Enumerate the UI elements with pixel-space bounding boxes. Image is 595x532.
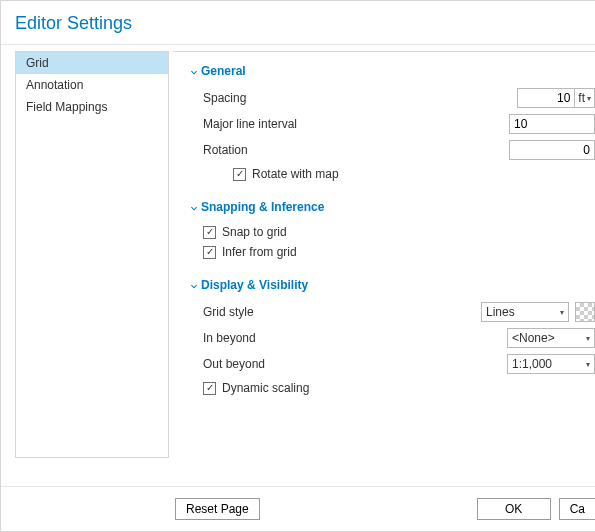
select-value: <None>	[512, 331, 555, 345]
chevron-down-icon: ⌵	[191, 202, 197, 212]
chevron-down-icon: ⌵	[191, 280, 197, 290]
caret-down-icon: ▾	[587, 94, 591, 103]
label-out-beyond: Out beyond	[203, 357, 343, 371]
section-title: Display & Visibility	[201, 278, 308, 292]
infer-from-grid-label: Infer from grid	[222, 245, 297, 259]
section-title: Snapping & Inference	[201, 200, 324, 214]
grid-style-select[interactable]: Lines ▾	[481, 302, 569, 322]
grid-color-swatch[interactable]	[575, 302, 595, 322]
rotate-with-map-label: Rotate with map	[252, 167, 339, 181]
infer-from-grid-checkbox[interactable]: ✓	[203, 246, 216, 259]
content-area: Grid Annotation Field Mappings ⌵ General…	[1, 44, 595, 460]
sidebar-item-annotation[interactable]: Annotation	[16, 74, 168, 96]
settings-panel: ⌵ General Spacing ft ▾ Major line interv…	[173, 51, 595, 460]
label-spacing: Spacing	[203, 91, 343, 105]
section-header-snapping[interactable]: ⌵ Snapping & Inference	[191, 196, 595, 218]
section-display: Grid style Lines ▾ In beyond <None> ▾	[191, 296, 595, 410]
cancel-button[interactable]: Ca	[559, 498, 595, 520]
dynamic-scaling-label: Dynamic scaling	[222, 381, 309, 395]
sidebar-item-grid[interactable]: Grid	[16, 52, 168, 74]
dynamic-scaling-checkbox[interactable]: ✓	[203, 382, 216, 395]
label-rotation: Rotation	[203, 143, 343, 157]
spacing-unit-dropdown[interactable]: ft ▾	[575, 88, 595, 108]
label-major-interval: Major line interval	[203, 117, 343, 131]
select-value: Lines	[486, 305, 515, 319]
label-grid-style: Grid style	[203, 305, 343, 319]
chevron-down-icon: ⌵	[191, 66, 197, 76]
dialog-footer: Reset Page OK Ca	[1, 486, 595, 531]
snap-to-grid-checkbox[interactable]: ✓	[203, 226, 216, 239]
major-interval-input[interactable]	[509, 114, 595, 134]
rotate-with-map-checkbox[interactable]: ✓	[233, 168, 246, 181]
section-general: Spacing ft ▾ Major line interval Rotatio…	[191, 82, 595, 196]
select-value: 1:1,000	[512, 357, 552, 371]
ok-button[interactable]: OK	[477, 498, 551, 520]
section-snapping: ✓ Snap to grid ✓ Infer from grid	[191, 218, 595, 274]
caret-down-icon: ▾	[586, 334, 590, 343]
section-title: General	[201, 64, 246, 78]
sidebar-item-field-mappings[interactable]: Field Mappings	[16, 96, 168, 118]
reset-page-button[interactable]: Reset Page	[175, 498, 260, 520]
caret-down-icon: ▾	[586, 360, 590, 369]
in-beyond-select[interactable]: <None> ▾	[507, 328, 595, 348]
sidebar: Grid Annotation Field Mappings	[15, 51, 169, 458]
section-header-general[interactable]: ⌵ General	[191, 60, 595, 82]
snap-to-grid-label: Snap to grid	[222, 225, 287, 239]
caret-down-icon: ▾	[560, 308, 564, 317]
out-beyond-select[interactable]: 1:1,000 ▾	[507, 354, 595, 374]
section-header-display[interactable]: ⌵ Display & Visibility	[191, 274, 595, 296]
label-in-beyond: In beyond	[203, 331, 343, 345]
rotation-input[interactable]	[509, 140, 595, 160]
dialog-title: Editor Settings	[1, 1, 595, 44]
spacing-input[interactable]	[517, 88, 575, 108]
unit-label: ft	[578, 91, 585, 105]
